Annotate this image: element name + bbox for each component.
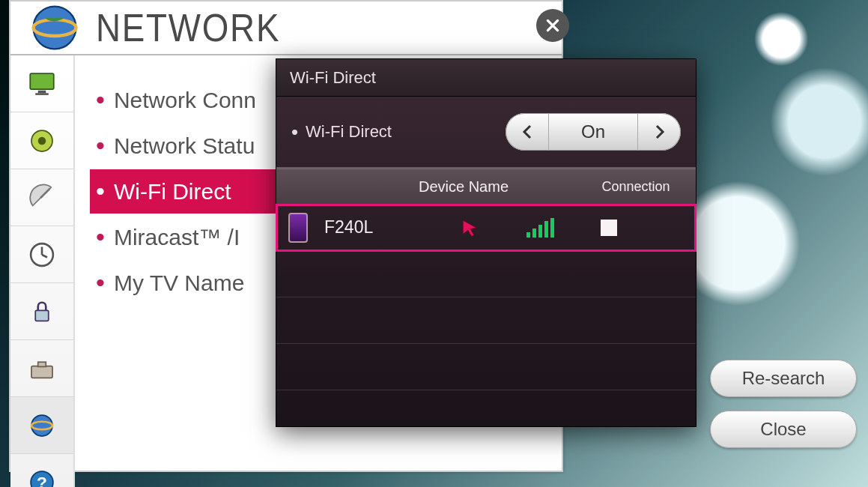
svg-point-6 xyxy=(38,136,46,145)
stepper-value: On xyxy=(549,121,637,142)
close-button[interactable] xyxy=(536,9,569,42)
wifi-direct-toggle-row: Wi-Fi Direct On xyxy=(276,97,696,169)
svg-point-14 xyxy=(31,415,52,436)
device-row-empty xyxy=(276,344,696,390)
popup-action-buttons: Re-search Close xyxy=(710,360,857,448)
column-connection: Connection xyxy=(591,179,681,195)
clock-icon xyxy=(26,239,58,270)
connection-checkbox[interactable] xyxy=(601,220,617,236)
close-popup-button[interactable]: Close xyxy=(710,411,857,448)
column-device-name: Device Name xyxy=(336,178,591,196)
svg-rect-12 xyxy=(31,366,52,378)
device-name: F240L xyxy=(324,217,444,238)
toolbox-icon xyxy=(26,353,58,384)
globe-small-icon xyxy=(26,410,58,441)
svg-text:?: ? xyxy=(37,472,47,487)
help-icon: ? xyxy=(26,467,58,488)
device-row-empty xyxy=(276,251,696,297)
research-button[interactable]: Re-search xyxy=(710,360,857,397)
stepper-prev-button[interactable] xyxy=(506,113,549,151)
svg-rect-2 xyxy=(30,73,54,89)
settings-header: NETWORK xyxy=(10,1,562,55)
sidebar-item-lock[interactable] xyxy=(10,283,73,340)
popup-title: Wi-Fi Direct xyxy=(276,59,696,97)
sidebar-item-network[interactable] xyxy=(10,397,73,454)
lock-icon xyxy=(26,296,58,327)
device-list: F240L xyxy=(276,205,696,426)
sidebar-item-channel[interactable] xyxy=(10,169,73,226)
phone-icon xyxy=(288,213,308,243)
sidebar-item-time[interactable] xyxy=(10,226,73,283)
device-list-header: Device Name Connection xyxy=(276,169,696,205)
svg-rect-4 xyxy=(35,93,49,95)
wifi-direct-popup: Wi-Fi Direct Wi-Fi Direct On Device Name… xyxy=(276,58,696,427)
svg-rect-11 xyxy=(35,310,49,321)
chevron-right-icon xyxy=(654,124,666,139)
network-globe-icon xyxy=(28,1,81,54)
svg-rect-3 xyxy=(38,90,46,93)
sidebar-item-display[interactable] xyxy=(10,55,73,112)
wifi-direct-stepper[interactable]: On xyxy=(506,113,681,151)
wifi-direct-toggle-label: Wi-Fi Direct xyxy=(291,121,392,144)
sidebar-item-sound[interactable] xyxy=(10,112,73,169)
svg-rect-13 xyxy=(38,362,46,366)
settings-sidebar: ? xyxy=(10,55,75,487)
pointer-cursor-icon xyxy=(461,218,480,238)
satellite-dish-icon xyxy=(26,182,58,214)
monitor-icon xyxy=(26,68,58,100)
stepper-next-button[interactable] xyxy=(637,113,681,151)
close-icon xyxy=(544,17,561,34)
device-row[interactable]: F240L xyxy=(276,205,696,251)
device-row-empty xyxy=(276,297,696,344)
svg-point-0 xyxy=(34,7,76,49)
sidebar-item-option[interactable] xyxy=(10,340,73,397)
settings-title: NETWORK xyxy=(96,5,280,50)
chevron-left-icon xyxy=(521,124,533,139)
speaker-icon xyxy=(26,125,58,157)
sidebar-item-support[interactable]: ? xyxy=(10,454,73,487)
signal-strength-icon xyxy=(526,218,554,238)
